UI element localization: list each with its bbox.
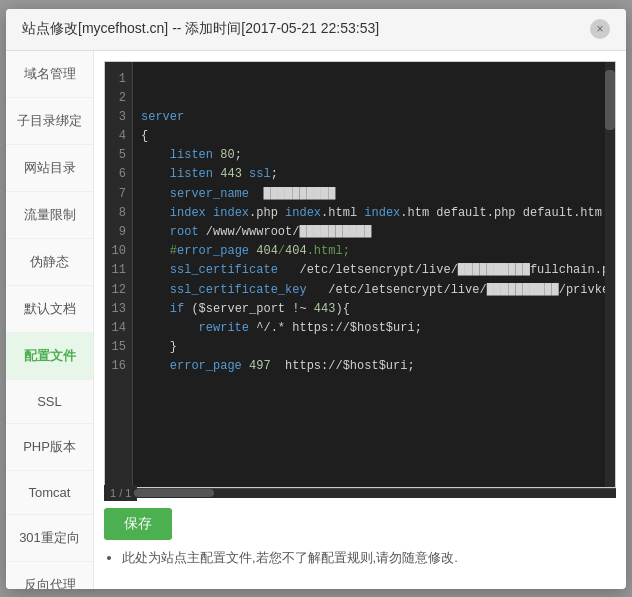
modal-title: 站点修改[mycefhost.cn] -- 添加时间[2017-05-21 22… [22,20,379,38]
save-button[interactable]: 保存 [104,508,172,540]
hint-item: 此处为站点主配置文件,若您不了解配置规则,请勿随意修改. [122,548,458,569]
code-line: root /www/wwwroot/██████████ [141,223,607,242]
line-number: 1 [111,70,126,89]
sidebar-item-subdir[interactable]: 子目录绑定 [6,98,93,145]
line-number: 5 [111,146,126,165]
code-line: if ($server_port !~ 443){ [141,300,607,319]
line-number: 11 [111,261,126,280]
line-numbers: 12345678910111213141516 [105,62,133,487]
scrollbar-thumb[interactable] [605,70,615,130]
code-line: { [141,127,607,146]
line-number: 2 [111,89,126,108]
sidebar-item-reverseproxy[interactable]: 反向代理 [6,562,93,589]
sidebar-item-ssl[interactable]: SSL [6,380,93,424]
code-line [141,377,607,396]
line-number: 12 [111,281,126,300]
code-editor[interactable]: 12345678910111213141516 server{ listen 8… [104,61,616,488]
sidebar-item-domain[interactable]: 域名管理 [6,51,93,98]
sidebar-item-config[interactable]: 配置文件 [6,333,93,380]
code-line: index index.php index.html index.htm def… [141,204,607,223]
code-line [141,396,607,415]
sidebar-item-fakestatic[interactable]: 伪静态 [6,239,93,286]
modal-body: 域名管理子目录绑定网站目录流量限制伪静态默认文档配置文件SSLPHP版本Tomc… [6,51,626,589]
line-number: 15 [111,338,126,357]
content-area: 12345678910111213141516 server{ listen 8… [94,51,626,589]
code-content[interactable]: server{ listen 80; listen 443 ssl; serve… [133,62,615,487]
code-line: listen 443 ssl; [141,165,607,184]
vertical-scrollbar[interactable] [605,62,615,487]
modal-dialog: 站点修改[mycefhost.cn] -- 添加时间[2017-05-21 22… [6,9,626,589]
code-line: ssl_certificate_key /etc/letsencrypt/liv… [141,281,607,300]
close-button[interactable]: × [590,19,610,39]
line-number: 6 [111,165,126,184]
line-number: 4 [111,127,126,146]
code-line: server_name ██████████ [141,185,607,204]
hint-list: 此处为站点主配置文件,若您不了解配置规则,请勿随意修改. [122,548,458,569]
action-area: 保存 此处为站点主配置文件,若您不了解配置规则,请勿随意修改. [104,498,616,579]
code-line: server [141,108,607,127]
code-line: error_page 497 https://$host$uri; [141,357,607,376]
code-line: ssl_certificate /etc/letsencrypt/live/██… [141,261,607,280]
code-line: #error_page 404/404.html; [141,242,607,261]
sidebar-item-traffic[interactable]: 流量限制 [6,192,93,239]
page-indicator: 1 / 1 [104,485,137,501]
line-number: 8 [111,204,126,223]
sidebar-item-301redirect[interactable]: 301重定向 [6,515,93,562]
line-number: 10 [111,242,126,261]
horizontal-scrollbar[interactable]: 1 / 1 [104,488,616,498]
modal-header: 站点修改[mycefhost.cn] -- 添加时间[2017-05-21 22… [6,9,626,51]
sidebar-item-phpver[interactable]: PHP版本 [6,424,93,471]
line-number: 3 [111,108,126,127]
code-line: rewrite ^/.* https://$host$uri; [141,319,607,338]
sidebar-item-defaultdoc[interactable]: 默认文档 [6,286,93,333]
horizontal-scrollbar-thumb[interactable] [134,489,214,497]
line-number: 16 [111,357,126,376]
sidebar-item-webdir[interactable]: 网站目录 [6,145,93,192]
line-number: 9 [111,223,126,242]
code-line: } [141,338,607,357]
sidebar-item-tomcat[interactable]: Tomcat [6,471,93,515]
code-line: listen 80; [141,146,607,165]
line-number: 14 [111,319,126,338]
sidebar: 域名管理子目录绑定网站目录流量限制伪静态默认文档配置文件SSLPHP版本Tomc… [6,51,94,589]
line-number: 13 [111,300,126,319]
line-number: 7 [111,185,126,204]
